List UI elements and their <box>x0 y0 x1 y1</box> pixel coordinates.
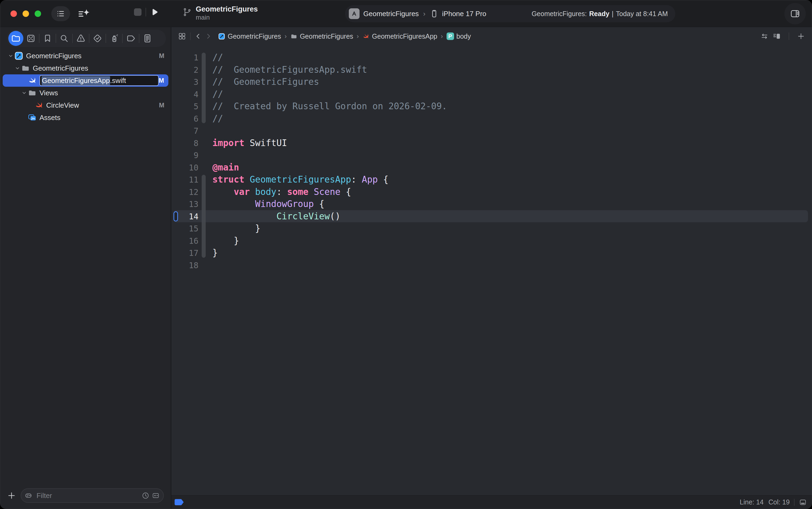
editor-layout-icon[interactable] <box>773 32 781 40</box>
code-line-2[interactable]: 2// GeometricFiguresApp.swift <box>171 64 812 76</box>
breakpoints-icon <box>126 33 136 43</box>
code-line-1[interactable]: 1// <box>171 51 812 64</box>
recent-files-icon[interactable] <box>141 491 149 500</box>
scheme-name[interactable]: GeometricFigures <box>363 10 419 18</box>
change-bar-indicator[interactable] <box>173 211 178 222</box>
disclosure-chevron-icon[interactable] <box>21 90 28 96</box>
line-number[interactable]: 16 <box>171 235 198 247</box>
code-line-12[interactable]: 12 var body: some Scene { <box>171 186 812 198</box>
tree-row-geometricfiguresapp.swift[interactable]: GeometricFiguresApp.swiftM <box>3 74 168 87</box>
toggle-navigator-button[interactable] <box>51 6 70 21</box>
tree-row-circleview[interactable]: CircleViewM <box>0 99 171 111</box>
line-number[interactable]: 10 <box>171 162 198 174</box>
breadcrumb-item-geometricfiguresapp[interactable]: GeometricFiguresApp <box>362 32 437 40</box>
go-forward-button[interactable] <box>205 32 212 40</box>
line-number[interactable]: 13 <box>171 198 198 210</box>
breadcrumb-separator: › <box>357 32 359 40</box>
line-number[interactable]: 11 <box>171 174 198 186</box>
line-number[interactable]: 17 <box>171 247 198 259</box>
code-line-18[interactable]: 18 <box>171 259 812 271</box>
line-number[interactable]: 9 <box>171 149 198 162</box>
code-fold-ribbon[interactable] <box>202 175 206 258</box>
code-line-13[interactable]: 13 WindowGroup { <box>171 198 812 210</box>
navigator-tab-tests[interactable] <box>90 31 105 46</box>
code-line-11[interactable]: 11struct GeometricFiguresApp: App { <box>171 173 812 186</box>
intelligence-sparkle-icon[interactable] <box>77 7 91 21</box>
go-back-button[interactable] <box>194 32 202 40</box>
line-number[interactable]: 7 <box>171 125 198 137</box>
swift-orange-icon <box>34 101 43 110</box>
line-number[interactable]: 12 <box>171 186 198 198</box>
code-line-10[interactable]: 10@main <box>171 161 812 174</box>
run-destination[interactable]: iPhone 17 Pro <box>442 10 486 18</box>
code-line-3[interactable]: 3// GeometricFigures <box>171 76 812 88</box>
code-line-8[interactable]: 8import SwiftUI <box>171 137 812 149</box>
navigator-tab-separator <box>105 34 106 43</box>
code-line-16[interactable]: 16 } <box>171 235 812 247</box>
line-number[interactable]: 5 <box>171 100 198 113</box>
line-number[interactable]: 6 <box>171 113 198 125</box>
tree-row-label: Assets <box>39 113 60 122</box>
breadcrumb-label: body <box>456 32 471 40</box>
code-line-14[interactable]: 14 CircleView() <box>171 210 812 223</box>
code-line-9[interactable]: 9 <box>171 149 812 161</box>
tree-row-assets[interactable]: Assets <box>0 111 171 124</box>
code-line-4[interactable]: 4// <box>171 88 812 100</box>
activity-status[interactable]: GeometricFigures: Ready | Today at 8:41 … <box>532 10 668 18</box>
tree-row-geometricfigures[interactable]: GeometricFigures <box>0 62 171 74</box>
tree-row-geometricfigures[interactable]: GeometricFiguresM <box>0 50 171 62</box>
minimize-button[interactable] <box>23 10 29 17</box>
breadcrumb-item-geometricfigures[interactable]: GeometricFigures <box>218 32 281 40</box>
filter-menu-icon[interactable] <box>25 491 33 500</box>
line-number[interactable]: 3 <box>171 76 198 88</box>
breadcrumb-item-geometricfigures[interactable]: GeometricFigures <box>290 32 353 40</box>
window-controls <box>10 10 41 17</box>
line-number[interactable]: 4 <box>171 88 198 101</box>
navigator-tab-bookmarks[interactable] <box>40 31 55 46</box>
line-number[interactable]: 18 <box>171 259 198 272</box>
navigator-tab-issues[interactable] <box>73 31 88 46</box>
line-number[interactable]: 2 <box>171 64 198 76</box>
code-line-17[interactable]: 17} <box>171 247 812 259</box>
toggle-debug-area-button[interactable] <box>799 498 807 506</box>
navigator-tab-debug[interactable] <box>107 31 122 46</box>
code-line-6[interactable]: 6// <box>171 112 812 125</box>
line-number[interactable]: 15 <box>171 223 198 235</box>
code-line-7[interactable]: 7 <box>171 125 812 137</box>
breakpoints-toggle[interactable] <box>174 499 184 506</box>
filter-field[interactable] <box>21 488 164 503</box>
navigator-tab-project[interactable] <box>8 31 23 46</box>
add-file-button[interactable] <box>7 491 16 500</box>
breadcrumb-label: GeometricFiguresApp <box>372 32 437 40</box>
navigator-tab-source-control[interactable] <box>23 31 38 46</box>
scheme-status-pill[interactable]: GeometricFigures › iPhone 17 Pro Geometr… <box>345 5 675 22</box>
disclosure-chevron-icon[interactable] <box>14 65 21 71</box>
tree-row-views[interactable]: Views <box>0 87 171 99</box>
related-items-icon[interactable] <box>178 32 187 40</box>
navigator-tab-reports[interactable] <box>140 31 155 46</box>
code-line-15[interactable]: 15 } <box>171 222 812 235</box>
line-number[interactable]: 1 <box>171 52 198 64</box>
navigator-tab-breakpoints[interactable] <box>123 31 138 46</box>
line-indicator: Line: 14 <box>740 498 764 506</box>
jump-bar: GeometricFigures›GeometricFigures›Geomet… <box>171 27 812 45</box>
source-editor[interactable]: 1//2// GeometricFiguresApp.swift3// Geom… <box>171 45 812 495</box>
column-indicator: Col: 19 <box>769 498 790 506</box>
navigator-tab-find[interactable] <box>57 31 72 46</box>
code-fold-ribbon[interactable] <box>202 53 206 123</box>
file-rename-field[interactable]: GeometricFiguresApp.swift <box>39 75 159 86</box>
zoom-button[interactable] <box>35 10 41 17</box>
code-line-5[interactable]: 5// Created by Russell Gordon on 2026-02… <box>171 100 812 112</box>
breadcrumb-item-body[interactable]: Pbody <box>446 32 471 40</box>
add-editor-button[interactable] <box>797 32 805 40</box>
source-control-filter-icon[interactable] <box>152 491 160 500</box>
close-button[interactable] <box>10 10 17 17</box>
run-button[interactable] <box>150 8 159 16</box>
disclosure-chevron-icon[interactable] <box>7 53 14 59</box>
filter-input[interactable] <box>36 491 139 500</box>
folder-tree-icon <box>21 64 30 73</box>
line-number[interactable]: 8 <box>171 137 198 149</box>
swap-editor-icon[interactable] <box>760 32 769 40</box>
toggle-inspector-button[interactable] <box>784 3 806 25</box>
stop-button[interactable] <box>134 8 141 16</box>
